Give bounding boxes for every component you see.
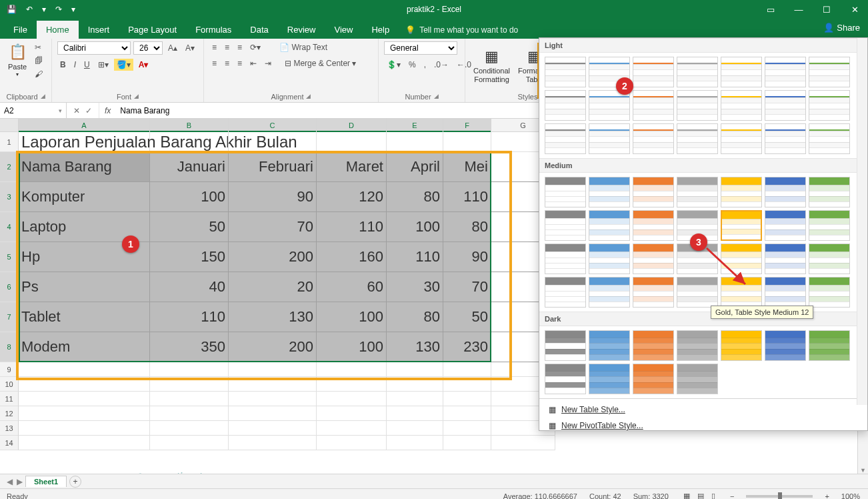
table-style-swatch[interactable] <box>633 123 674 154</box>
zoom-in-icon[interactable]: + <box>825 492 829 500</box>
tab-home[interactable]: Home <box>37 21 79 39</box>
cell[interactable]: 20 <box>229 272 317 302</box>
cell[interactable]: April <box>387 152 443 182</box>
cell[interactable] <box>19 436 150 450</box>
table-style-swatch[interactable] <box>765 177 806 207</box>
row-header[interactable]: 1 <box>0 132 19 152</box>
table-style-swatch[interactable] <box>589 177 630 207</box>
cell[interactable]: Tablet <box>19 302 150 332</box>
tab-review[interactable]: Review <box>278 21 325 39</box>
align-center-icon[interactable]: ≡ <box>222 57 232 69</box>
table-style-swatch[interactable] <box>765 123 806 154</box>
italic-button[interactable]: I <box>71 59 79 71</box>
cell[interactable]: 110 <box>150 302 229 332</box>
table-style-swatch[interactable] <box>809 57 850 87</box>
number-launcher-icon[interactable]: ◢ <box>434 93 439 101</box>
cell[interactable]: 150 <box>150 242 229 272</box>
cell[interactable] <box>317 406 387 421</box>
cell[interactable]: 130 <box>387 332 443 362</box>
table-style-swatch[interactable] <box>721 330 762 361</box>
cell[interactable]: Nama Barang <box>19 152 150 182</box>
cell[interactable]: 70 <box>229 212 317 242</box>
page-break-view-icon[interactable]: ▯ <box>709 492 718 499</box>
percent-icon[interactable]: % <box>406 59 419 71</box>
clipboard-launcher-icon[interactable]: ◢ <box>41 93 45 101</box>
table-style-swatch[interactable] <box>721 210 762 241</box>
table-style-swatch[interactable] <box>633 364 674 394</box>
table-style-swatch[interactable] <box>589 330 630 361</box>
cell[interactable] <box>443 377 491 392</box>
font-color-icon[interactable]: A▾ <box>136 59 151 71</box>
align-middle-icon[interactable]: ≡ <box>222 41 232 53</box>
row-header[interactable]: 7 <box>0 302 19 332</box>
sheet-next-icon[interactable]: ▶ <box>17 477 23 486</box>
alignment-launcher-icon[interactable]: ◢ <box>306 93 311 101</box>
cell[interactable]: 50 <box>443 302 491 332</box>
new-table-style-button[interactable]: ▦New Table Style... <box>539 402 867 418</box>
cell[interactable] <box>443 362 491 377</box>
table-style-swatch[interactable] <box>721 90 762 121</box>
fill-color-icon[interactable]: 🪣▾ <box>114 59 133 71</box>
share-button[interactable]: 👤 Share <box>823 23 860 33</box>
tab-view[interactable]: View <box>325 21 362 39</box>
cell[interactable] <box>317 362 387 377</box>
enter-formula-icon[interactable]: ✓ <box>85 106 92 115</box>
col-header-C[interactable]: C <box>229 119 317 131</box>
cell[interactable] <box>317 436 387 450</box>
cell[interactable]: 350 <box>150 332 229 362</box>
cell[interactable] <box>443 406 491 421</box>
cell[interactable] <box>150 362 229 377</box>
row-header[interactable]: 14 <box>0 436 19 450</box>
tab-formulas[interactable]: Formulas <box>186 21 241 39</box>
cancel-formula-icon[interactable]: ✕ <box>73 106 80 115</box>
cell[interactable]: 90 <box>229 182 317 212</box>
orientation-icon[interactable]: ⟳▾ <box>247 41 263 53</box>
redo-icon[interactable]: ↷ <box>53 3 65 15</box>
cell[interactable]: 200 <box>229 332 317 362</box>
table-style-swatch[interactable] <box>765 330 806 361</box>
new-pivot-style-button[interactable]: ▦New PivotTable Style... <box>539 418 867 434</box>
row-header[interactable]: 2 <box>0 152 19 182</box>
cut-icon[interactable]: ✂ <box>32 41 45 53</box>
number-format-select[interactable]: General <box>384 41 457 55</box>
name-box-input[interactable] <box>4 106 59 115</box>
cell[interactable]: 100 <box>387 212 443 242</box>
font-launcher-icon[interactable]: ◢ <box>134 93 139 101</box>
table-style-swatch[interactable] <box>589 243 630 274</box>
borders-icon[interactable]: ⊞▾ <box>95 59 111 71</box>
table-style-swatch[interactable] <box>809 210 850 241</box>
underline-button[interactable]: U <box>81 59 93 71</box>
increase-font-icon[interactable]: A▴ <box>165 42 180 54</box>
table-style-swatch[interactable] <box>633 90 674 121</box>
row-header[interactable]: 13 <box>0 421 19 436</box>
decrease-font-icon[interactable]: A▾ <box>183 42 197 54</box>
row-header[interactable]: 3 <box>0 182 19 212</box>
cell[interactable]: 30 <box>387 272 443 302</box>
cell[interactable] <box>317 392 387 406</box>
cell[interactable]: 200 <box>229 242 317 272</box>
cell[interactable]: 120 <box>317 182 387 212</box>
maximize-icon[interactable]: ☐ <box>813 0 840 19</box>
table-style-swatch[interactable] <box>545 177 586 207</box>
table-style-swatch[interactable] <box>633 57 674 87</box>
accounting-icon[interactable]: 💲▾ <box>384 59 403 71</box>
cell[interactable] <box>317 421 387 436</box>
table-style-swatch[interactable] <box>589 364 630 394</box>
cell[interactable] <box>443 421 491 436</box>
table-style-swatch[interactable] <box>633 277 674 308</box>
table-style-swatch[interactable] <box>633 210 674 241</box>
col-header-A[interactable]: A <box>19 119 150 131</box>
table-style-swatch[interactable] <box>677 57 718 87</box>
indent-decrease-icon[interactable]: ⇤ <box>247 57 259 69</box>
page-layout-view-icon[interactable]: ▤ <box>695 492 707 499</box>
cell[interactable] <box>491 436 555 450</box>
cell[interactable] <box>387 377 443 392</box>
font-family-select[interactable]: Calibri <box>57 41 131 55</box>
add-sheet-button[interactable]: + <box>69 476 81 488</box>
cell[interactable] <box>443 132 491 152</box>
cells-area[interactable]: Laporan Penjualan Barang Akhir Bulan Nam… <box>19 132 555 450</box>
cell[interactable] <box>19 362 150 377</box>
table-style-swatch[interactable] <box>721 123 762 154</box>
cell[interactable] <box>19 392 150 406</box>
table-style-swatch[interactable] <box>677 123 718 154</box>
